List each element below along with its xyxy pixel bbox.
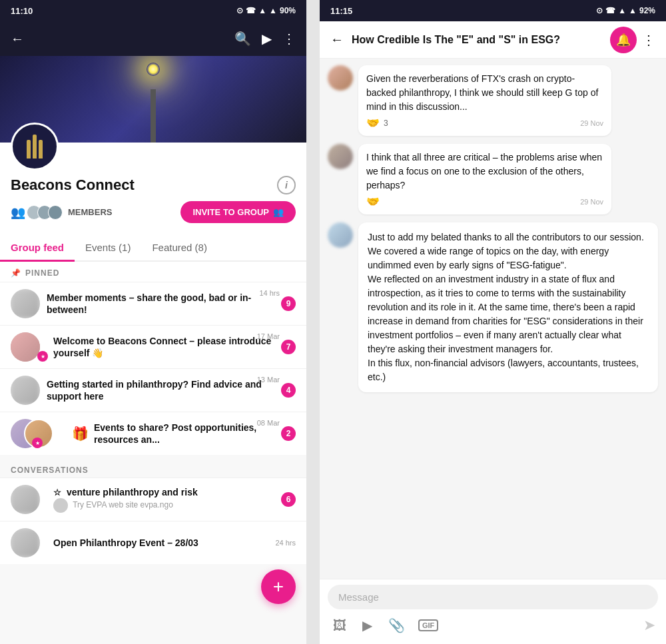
tab-group-feed[interactable]: Group feed — [0, 235, 75, 262]
reaction-icon-1: 🤝 — [366, 195, 380, 208]
conversation-item-1[interactable]: Open Philanthropy Event – 28/03 24 hrs — [0, 521, 306, 564]
avatar-container — [11, 123, 59, 170]
members-button[interactable]: 👥 MEMBERS — [11, 205, 112, 220]
more-icon-chat[interactable]: ⋮ — [642, 32, 655, 48]
video-attach-button[interactable]: ▶ — [360, 615, 375, 636]
feed-item-0[interactable]: Member moments – share the good, bad or … — [0, 282, 306, 325]
status-icons-left: ⊙ ☎ ▲ ▲ 90% — [236, 6, 296, 15]
signal-bars-icon-r: ▲ — [629, 6, 637, 15]
members-label: MEMBERS — [68, 207, 112, 217]
time-left: 11:10 — [11, 6, 33, 16]
feed-title-3: Events to share? Post opportunities, res… — [94, 422, 276, 446]
msg-bubble-2[interactable]: Just to add my belated thanks to all the… — [358, 222, 658, 392]
input-actions: 🖼 ▶ 📎 GIF ➤ — [328, 615, 658, 636]
signal-bars-icon: ▲ — [269, 6, 277, 15]
group-name-row: Beacons Connect i — [11, 176, 296, 194]
status-bar-left: 11:10 ⊙ ☎ ▲ ▲ 90% — [0, 0, 306, 21]
feed-text-0: Member moments – share the good, bad or … — [47, 292, 276, 316]
star-badge-3: ★ — [32, 438, 43, 448]
invite-to-group-button[interactable]: INVITE TO GROUP 👥 — [180, 201, 296, 223]
more-icon[interactable]: ⋮ — [282, 31, 296, 47]
message-row-1: I think that all three are critical – th… — [328, 144, 658, 214]
search-icon[interactable]: 🔍 — [234, 31, 251, 47]
feed-timestamp-2: 13 Mar — [257, 376, 280, 384]
feed-avatar-0 — [11, 289, 40, 318]
group-name: Beacons Connect — [11, 176, 135, 194]
conversation-item-0[interactable]: ☆ venture philanthropy and risk Try EVPA… — [0, 478, 306, 521]
msg-date-1: 29 Nov — [580, 198, 603, 206]
tab-featured[interactable]: Featured (8) — [141, 235, 218, 262]
bar3 — [39, 140, 43, 159]
feed-item-2[interactable]: Getting started in philanthropy? Find ad… — [0, 368, 306, 412]
fab-button[interactable]: + — [261, 569, 296, 604]
gift-icon: 🎁 — [72, 426, 89, 442]
info-button[interactable]: i — [277, 176, 296, 194]
pinned-header: 📌 PINNED — [0, 262, 306, 282]
fab-icon: + — [273, 576, 284, 597]
avatar-with-badge-1: ★ — [11, 332, 47, 362]
pin-icon: 📌 — [11, 268, 21, 278]
wifi-icon-r: ▲ — [618, 6, 626, 15]
convo-text-1: Open Philanthropy Event – 28/03 — [53, 537, 275, 548]
left-phone: 11:10 ⊙ ☎ ▲ ▲ 90% ← 🔍 ▶ ⋮ — [0, 0, 306, 644]
chat-messages: Given the reverberations of FTX's crash … — [320, 59, 666, 579]
feed-title-0: Member moments – share the good, bad or … — [47, 292, 276, 316]
reaction-count-0: 3 — [384, 119, 388, 128]
reaction-icon-0: 🤝 — [366, 117, 380, 129]
msg-avatar-1 — [328, 144, 353, 169]
bar1 — [27, 140, 31, 159]
badge-2: 4 — [281, 383, 296, 398]
convo-title-0: ☆ venture philanthropy and risk — [53, 487, 276, 497]
invite-icon: 👥 — [273, 207, 284, 217]
bell-icon: 🔔 — [616, 33, 631, 47]
gif-button[interactable]: GIF — [418, 619, 438, 631]
convo-title-1: Open Philanthropy Event – 28/03 — [53, 537, 275, 548]
top-nav-left: ← 🔍 ▶ ⋮ — [0, 21, 306, 56]
notification-bell-button[interactable]: 🔔 — [610, 27, 637, 53]
badge-0: 9 — [281, 296, 296, 311]
message-row-0: Given the reverberations of FTX's crash … — [328, 65, 658, 136]
feed-title-2: Getting started in philanthropy? Find ad… — [47, 378, 276, 402]
feed-timestamp-1: 17 Mar — [257, 332, 280, 340]
convo-preview-0: Try EVPA web site evpa.ngo — [53, 498, 213, 513]
invite-label: INVITE TO GROUP — [192, 207, 269, 217]
feed-title-1: Welcome to Beacons Connect – please intr… — [53, 335, 276, 359]
conversations-header: CONVERSATIONS — [0, 459, 306, 478]
send-button[interactable]: ➤ — [643, 617, 655, 634]
call-icon-r: ☎ — [605, 6, 615, 15]
tab-events[interactable]: Events (1) — [75, 235, 141, 262]
feed-avatar-2 — [11, 376, 40, 405]
msg-bubble-0[interactable]: Given the reverberations of FTX's crash … — [358, 65, 611, 136]
msg-avatar-2 — [328, 222, 353, 248]
back-icon-chat[interactable]: ← — [330, 32, 344, 47]
feed-item-1[interactable]: ★ Welcome to Beacons Connect – please in… — [0, 325, 306, 368]
call-icon: ☎ — [246, 6, 256, 15]
feed-avatar-1 — [11, 332, 40, 362]
video-icon[interactable]: ▶ — [262, 31, 272, 47]
pinned-label: PINNED — [25, 268, 59, 278]
msg-bubble-1[interactable]: I think that all three are critical – th… — [358, 144, 611, 214]
message-input[interactable]: Message — [328, 585, 658, 609]
right-phone: 11:15 ⊙ ☎ ▲ ▲ 92% ← How Credible Is The … — [320, 0, 666, 644]
members-row: 👥 MEMBERS INVITE TO GROUP 👥 — [11, 201, 296, 223]
beacon-logo — [27, 135, 43, 159]
msg-avatar-0 — [328, 65, 353, 91]
wifi-icon: ▲ — [258, 6, 266, 15]
feed-item-3[interactable]: ★ 🎁 Events to share? Post opportunities,… — [0, 412, 306, 455]
star-outline-icon: ☆ — [53, 487, 61, 497]
nav-icons-right: 🔍 ▶ ⋮ — [234, 31, 296, 47]
group-avatar — [11, 123, 59, 170]
image-attach-button[interactable]: 🖼 — [330, 615, 349, 636]
tabs-row: Group feed Events (1) Featured (8) — [0, 235, 306, 262]
chat-nav: ← How Credible Is The "E" and "S" in ESG… — [320, 21, 666, 59]
file-attach-button[interactable]: 📎 — [386, 615, 408, 636]
convo-avatar-0 — [11, 485, 40, 514]
status-icons-right: ⊙ ☎ ▲ ▲ 92% — [596, 6, 655, 15]
badge-3: 2 — [281, 426, 296, 441]
signal-icon: ⊙ — [236, 6, 243, 15]
msg-text-1: I think that all three are critical – th… — [366, 151, 603, 192]
convo-timestamp-1: 24 hrs — [275, 539, 296, 547]
back-icon[interactable]: ← — [11, 31, 24, 47]
convo-avatar-1 — [11, 528, 40, 557]
divider — [306, 0, 320, 644]
